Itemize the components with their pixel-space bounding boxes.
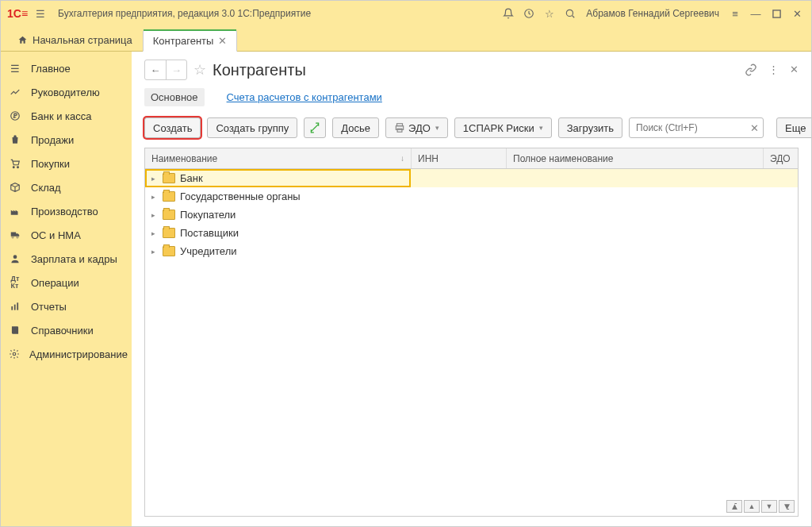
- nav-back-button[interactable]: ←: [145, 60, 166, 79]
- chevron-down-icon: ▾: [539, 124, 543, 132]
- create-group-button[interactable]: Создать группу: [207, 117, 297, 138]
- menu-icon: ☰: [9, 62, 21, 75]
- link-icon[interactable]: [745, 63, 757, 76]
- expand-icon[interactable]: ▸: [151, 211, 158, 219]
- sidebar-item-label: Склад: [31, 182, 61, 194]
- table-row[interactable]: ▸Банк: [145, 169, 798, 187]
- filter-icon[interactable]: ≡: [727, 6, 743, 21]
- cart-icon: [9, 157, 21, 170]
- sidebar-item-label: Руководителю: [31, 87, 100, 98]
- nav-buttons: ← →: [144, 60, 187, 80]
- page-close-icon[interactable]: ✕: [790, 63, 799, 76]
- person-icon: [9, 252, 21, 265]
- favorite-star-icon[interactable]: ☆: [193, 61, 206, 79]
- table-row[interactable]: ▸Учредители: [145, 242, 798, 260]
- page-header: ← → ☆ Контрагенты ⋮ ✕: [132, 52, 811, 83]
- sidebar-item-operations[interactable]: ДтКт Операции: [1, 271, 132, 294]
- sidebar-item-bank[interactable]: Банк и касса: [1, 104, 132, 128]
- hamburger-icon[interactable]: ☰: [33, 6, 48, 21]
- dossier-button[interactable]: Досье: [332, 117, 379, 138]
- sidebar-item-label: Продажи: [31, 134, 74, 146]
- create-button[interactable]: Создать: [144, 117, 201, 138]
- column-fullname[interactable]: Полное наименование: [506, 148, 763, 168]
- sidebar: ☰ Главное Руководителю Банк и касса Прод…: [1, 52, 132, 526]
- column-edo[interactable]: ЭДО: [763, 148, 798, 168]
- subtab-main[interactable]: Основное: [144, 88, 205, 106]
- grid-scroll-buttons: ▲̄ ▲ ▼ ▼̱: [726, 500, 795, 513]
- sidebar-item-warehouse[interactable]: Склад: [1, 175, 132, 199]
- refresh-button[interactable]: [304, 117, 326, 138]
- subtab-accounts[interactable]: Счета расчетов с контрагентами: [220, 88, 389, 106]
- svg-rect-11: [17, 302, 18, 310]
- svg-rect-2: [772, 10, 779, 17]
- sidebar-item-production[interactable]: Производство: [1, 199, 132, 223]
- load-button[interactable]: Загрузить: [558, 117, 622, 138]
- sidebar-item-label: Операции: [31, 277, 79, 289]
- sidebar-item-label: Главное: [31, 63, 71, 75]
- more-button[interactable]: Еще▾: [776, 117, 812, 138]
- user-name[interactable]: Абрамов Геннадий Сергеевич: [586, 8, 719, 19]
- scroll-down-icon[interactable]: ▼: [761, 500, 777, 513]
- tab-home[interactable]: Начальная страница: [7, 29, 143, 51]
- tab-contractors-label: Контрагенты: [153, 35, 214, 47]
- folder-icon: [163, 191, 175, 202]
- table-row[interactable]: ▸Покупатели: [145, 206, 798, 224]
- star-icon[interactable]: ☆: [542, 6, 557, 21]
- sidebar-item-main[interactable]: ☰ Главное: [1, 56, 132, 80]
- scroll-up-icon[interactable]: ▲: [744, 500, 760, 513]
- print-icon: [394, 122, 405, 133]
- nav-forward-button[interactable]: →: [166, 60, 186, 79]
- svg-rect-9: [11, 306, 13, 310]
- scroll-top-icon[interactable]: ▲̄: [726, 500, 742, 513]
- truck-icon: [9, 229, 21, 241]
- kebab-icon[interactable]: ⋮: [768, 63, 779, 76]
- sidebar-item-purchases[interactable]: Покупки: [1, 152, 132, 175]
- table-row[interactable]: ▸Государственные органы: [145, 187, 798, 206]
- bell-icon[interactable]: [500, 6, 516, 21]
- folder-icon: [163, 228, 175, 238]
- gear-icon: [9, 348, 20, 360]
- main: ← → ☆ Контрагенты ⋮ ✕ Основное Счета рас…: [132, 52, 811, 526]
- svg-point-12: [13, 352, 16, 356]
- close-icon[interactable]: ✕: [789, 6, 805, 21]
- data-grid: Наименование ↓ ИНН Полное наименование Э…: [144, 148, 799, 517]
- edo-button[interactable]: ЭДО▾: [385, 117, 448, 138]
- search-clear-icon[interactable]: ✕: [750, 122, 759, 134]
- expand-icon[interactable]: ▸: [151, 175, 158, 183]
- expand-icon[interactable]: ▸: [151, 193, 158, 201]
- ruble-icon: [9, 110, 21, 122]
- sidebar-item-hr[interactable]: Зарплата и кадры: [1, 247, 132, 271]
- tab-bar: Начальная страница Контрагенты ✕: [1, 26, 811, 52]
- box-icon: [9, 181, 21, 194]
- barchart-icon: [9, 300, 21, 313]
- book-icon: [9, 324, 21, 337]
- history-icon[interactable]: [521, 6, 537, 21]
- dtkt-icon: ДтКт: [9, 276, 21, 289]
- tab-contractors[interactable]: Контрагенты ✕: [143, 29, 238, 52]
- subtabs: Основное Счета расчетов с контрагентами: [132, 83, 811, 114]
- svg-point-7: [17, 237, 18, 238]
- spark-button[interactable]: 1СПАРК Риски▾: [454, 117, 552, 138]
- expand-icon[interactable]: ▸: [151, 229, 158, 237]
- svg-rect-10: [14, 305, 16, 310]
- sidebar-item-manager[interactable]: Руководителю: [1, 80, 132, 104]
- minimize-icon[interactable]: —: [748, 6, 764, 21]
- page-header-actions: ⋮ ✕: [745, 63, 799, 76]
- column-name[interactable]: Наименование ↓: [145, 148, 411, 168]
- column-inn[interactable]: ИНН: [411, 148, 506, 168]
- expand-icon[interactable]: ▸: [151, 248, 158, 256]
- svg-point-5: [17, 167, 19, 168]
- sidebar-item-references[interactable]: Справочники: [1, 318, 132, 342]
- sidebar-item-label: Администрирование: [29, 348, 128, 360]
- search-icon[interactable]: [562, 6, 578, 21]
- sidebar-item-reports[interactable]: Отчеты: [1, 294, 132, 318]
- sidebar-item-assets[interactable]: ОС и НМА: [1, 223, 132, 247]
- scroll-bottom-icon[interactable]: ▼̱: [779, 500, 795, 513]
- tab-close-icon[interactable]: ✕: [218, 35, 227, 47]
- sidebar-item-admin[interactable]: Администрирование: [1, 342, 132, 366]
- search-input[interactable]: [629, 117, 764, 138]
- factory-icon: [9, 205, 21, 217]
- sidebar-item-sales[interactable]: Продажи: [1, 128, 132, 152]
- table-row[interactable]: ▸Поставщики: [145, 224, 798, 242]
- maximize-icon[interactable]: [768, 6, 784, 21]
